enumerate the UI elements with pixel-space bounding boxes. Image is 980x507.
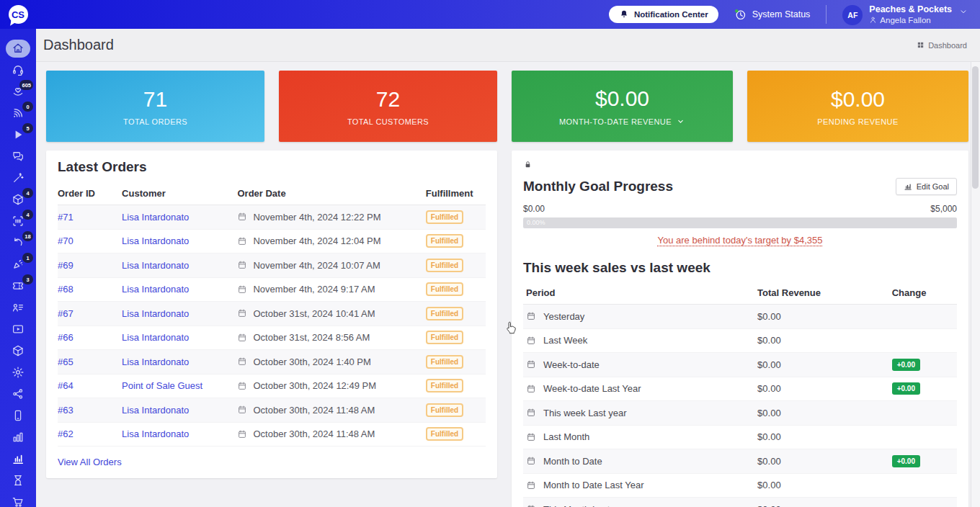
order-id-link[interactable]: #62	[58, 429, 74, 439]
customer-link[interactable]: Lisa Intardonato	[122, 356, 189, 367]
customer-link[interactable]: Lisa Intardonato	[122, 212, 189, 223]
sales-row: This Month Last year $0.00	[523, 498, 957, 507]
order-row: #66 Lisa Intardonato October 31st, 2024 …	[58, 326, 486, 351]
sidebar-item[interactable]: 0	[0, 102, 36, 124]
latest-orders-panel: Latest Orders Order ID Customer Order Da…	[46, 151, 497, 478]
system-status-button[interactable]: System Status	[734, 9, 811, 21]
fulfillment-badge: Fulfilled	[426, 403, 463, 417]
customer-link[interactable]: Lisa Intardonato	[122, 429, 189, 439]
fulfillment-badge: Fulfilled	[426, 234, 463, 248]
view-all-orders-link[interactable]: View All Orders	[58, 457, 122, 467]
calendar-icon	[526, 359, 536, 369]
sidebar-item[interactable]	[0, 405, 36, 426]
video-tutorials-icon	[12, 323, 24, 336]
order-id-link[interactable]: #65	[58, 356, 74, 367]
sidebar-item[interactable]	[0, 59, 36, 81]
page-header: Dashboard Dashboard	[36, 29, 980, 62]
pending-revenue-card[interactable]: $0.00 PENDING REVENUE	[747, 71, 968, 142]
revenue-value: $0.00	[757, 335, 892, 346]
total-orders-card[interactable]: 71 TOTAL ORDERS	[46, 71, 264, 142]
sidebar-item[interactable]	[0, 37, 36, 59]
sidebar-item[interactable]: 605	[0, 81, 36, 102]
chart-icon	[904, 182, 912, 191]
sidebar-item[interactable]	[0, 318, 36, 340]
goal-progress-percent: 0.00%	[523, 217, 957, 228]
inventory-box-icon	[12, 344, 24, 357]
stat-label: TOTAL CUSTOMERS	[347, 117, 429, 126]
customer-link[interactable]: Lisa Intardonato	[122, 260, 189, 271]
scrollbar-track[interactable]	[971, 62, 980, 507]
fulfillment-badge: Fulfilled	[426, 379, 463, 392]
customer-link[interactable]: Lisa Intardonato	[122, 332, 189, 343]
order-id-link[interactable]: #70	[58, 235, 74, 246]
customer-link[interactable]: Lisa Intardonato	[122, 405, 189, 416]
sidebar-item[interactable]	[0, 340, 36, 362]
order-id-link[interactable]: #66	[58, 332, 74, 343]
sidebar-item[interactable]	[0, 426, 36, 448]
order-id-link[interactable]: #63	[58, 405, 74, 416]
sidebar-badge: 5	[22, 123, 33, 133]
change-badge: +0.00	[892, 359, 920, 371]
sales-row: Month to Date Last Year $0.00	[523, 474, 957, 498]
sidebar-item[interactable]	[0, 362, 36, 383]
calendar-icon	[237, 236, 247, 246]
sales-row: Last Month $0.00	[523, 426, 957, 450]
period-label: Yesterday	[543, 311, 584, 322]
order-id-link[interactable]: #67	[58, 308, 74, 319]
order-id-link[interactable]: #71	[58, 212, 74, 223]
sidebar-item[interactable]: 18	[0, 232, 36, 254]
sidebar-item[interactable]	[0, 167, 36, 189]
bar-chart-icon	[12, 431, 24, 444]
grid-icon	[917, 41, 925, 49]
sidebar-item[interactable]	[0, 383, 36, 405]
period-label: Week-to-date	[543, 359, 600, 370]
sidebar-item[interactable]: 3	[0, 275, 36, 297]
notification-center-button[interactable]: Notification Center	[609, 6, 718, 23]
sales-table-header: Period Total Revenue Change	[523, 282, 957, 305]
calendar-icon	[526, 480, 536, 490]
order-date: October 31st, 2024 10:41 AM	[253, 308, 375, 319]
account-menu[interactable]: AF Peaches & Pockets Angela Fallon	[842, 4, 968, 25]
orders-table-header: Order ID Customer Order Date Fulfillment	[58, 182, 486, 205]
customer-link[interactable]: Lisa Intardonato	[122, 235, 189, 246]
sidebar-item[interactable]	[0, 491, 36, 507]
sidebar-item[interactable]	[0, 470, 36, 491]
lock-icon	[523, 160, 533, 169]
calendar-icon	[526, 432, 536, 442]
sidebar-item[interactable]: 4	[0, 210, 36, 232]
order-id-link[interactable]: #64	[58, 380, 74, 391]
chevron-down-icon[interactable]	[676, 117, 685, 126]
breadcrumb[interactable]: Dashboard	[917, 41, 967, 50]
app-logo[interactable]: CS	[9, 5, 28, 24]
sidebar-item[interactable]: 1	[0, 254, 36, 275]
customer-link[interactable]: Lisa Intardonato	[122, 284, 189, 295]
customer-link[interactable]: Point of Sale Guest	[122, 380, 202, 391]
sidebar-item[interactable]: 4	[0, 189, 36, 210]
stat-label: TOTAL ORDERS	[123, 117, 187, 126]
order-id-link[interactable]: #69	[58, 260, 74, 271]
order-id-link[interactable]: #68	[58, 284, 74, 295]
system-status-label: System Status	[752, 9, 811, 19]
period-label: Month to Date Last Year	[543, 480, 643, 490]
settings-gear-icon	[12, 366, 24, 379]
goal-range-max: $5,000	[930, 204, 957, 214]
sidebar-item[interactable]	[0, 297, 36, 318]
calendar-icon	[526, 408, 536, 418]
stat-value: 72	[376, 87, 400, 112]
scrollbar-thumb[interactable]	[972, 66, 979, 189]
calendar-icon	[237, 260, 247, 270]
calendar-icon	[237, 356, 247, 367]
month-to-date-revenue-card[interactable]: $0.00 MONTH-TO-DATE REVENUE	[512, 71, 733, 142]
sidebar-item[interactable]: 5	[0, 124, 36, 145]
sidebar-item[interactable]	[0, 448, 36, 470]
page-title: Dashboard	[43, 37, 114, 53]
customer-link[interactable]: Lisa Intardonato	[122, 308, 189, 319]
stat-value: 71	[143, 87, 167, 112]
edit-goal-button[interactable]: Edit Goal	[896, 178, 957, 195]
sidebar-item[interactable]	[0, 145, 36, 167]
chevron-down-icon[interactable]	[958, 6, 968, 17]
contacts-icon	[12, 301, 24, 314]
topbar: CS Notification Center System Status AF …	[0, 0, 980, 29]
order-date: October 30th, 2024 1:40 PM	[253, 356, 370, 367]
total-customers-card[interactable]: 72 TOTAL CUSTOMERS	[279, 71, 497, 142]
